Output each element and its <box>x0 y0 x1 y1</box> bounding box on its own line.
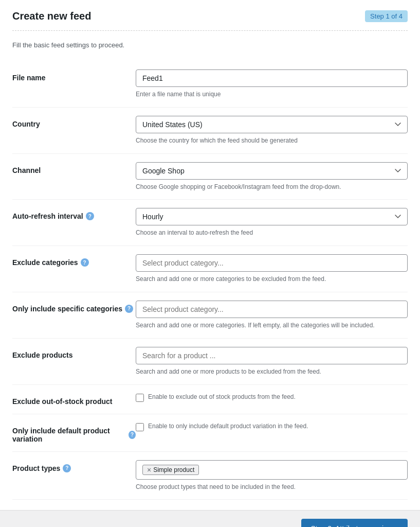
auto-refresh-row: Auto-refresh interval ? Hourly Daily Wee… <box>12 200 408 246</box>
include-categories-input[interactable] <box>136 301 408 318</box>
include-categories-control: Search and add one or more categories. I… <box>136 301 408 330</box>
auto-refresh-help-icon[interactable]: ? <box>86 212 94 220</box>
auto-refresh-label: Auto-refresh interval ? <box>12 208 136 220</box>
include-categories-help-icon[interactable]: ? <box>125 305 133 313</box>
include-categories-hint: Search and add one or more categories. I… <box>136 321 408 330</box>
exclude-products-control: Search and add one or more products to b… <box>136 347 408 376</box>
default-variation-label: Only include default product variation ? <box>12 423 136 443</box>
channel-select[interactable]: Google Shop Facebook/Instagram <box>136 162 408 180</box>
main-content: Create new feed Step 1 of 4 Fill the bas… <box>0 0 420 510</box>
auto-refresh-hint: Choose an interval to auto-refresh the f… <box>136 229 408 237</box>
exclude-products-label: Exclude products <box>12 347 136 359</box>
exclude-categories-control: Search and add one or more categories to… <box>136 254 408 284</box>
file-name-hint: Enter a file name that is unique <box>136 90 408 99</box>
product-types-field[interactable]: × Simple product <box>136 460 408 480</box>
product-type-tag: × Simple product <box>142 465 199 475</box>
country-hint: Choose the country for which the feed sh… <box>136 136 408 145</box>
next-step-label: Step 2: Attribute mapping <box>311 524 391 527</box>
exclude-oos-control: Enable to exclude out of stock products … <box>136 393 408 402</box>
file-name-row: File name Enter a file name that is uniq… <box>12 61 408 108</box>
channel-label: Channel <box>12 162 136 174</box>
form-section: File name Enter a file name that is uniq… <box>12 61 408 500</box>
channel-row: Channel Google Shop Facebook/Instagram C… <box>12 154 408 200</box>
file-name-label: File name <box>12 69 136 82</box>
exclude-oos-checkbox[interactable] <box>136 394 144 402</box>
exclude-categories-help-icon[interactable]: ? <box>81 258 89 267</box>
exclude-oos-row: Exclude out-of-stock product Enable to e… <box>12 385 408 414</box>
chevron-right-icon: › <box>396 524 398 527</box>
default-variation-row: Only include default product variation ?… <box>12 414 408 452</box>
default-variation-control: Enable to only include default product v… <box>136 423 408 431</box>
footer-bar: Step 2: Attribute mapping › <box>0 510 420 527</box>
page-wrapper: Create new feed Step 1 of 4 Fill the bas… <box>0 0 420 527</box>
product-types-label: Product types ? <box>12 460 136 472</box>
exclude-oos-label: Exclude out-of-stock product <box>12 393 136 406</box>
page-title: Create new feed <box>12 10 91 22</box>
country-label: Country <box>12 116 136 128</box>
auto-refresh-control: Hourly Daily Weekly Choose an interval t… <box>136 208 408 237</box>
step-badge: Step 1 of 4 <box>365 10 408 22</box>
exclude-categories-row: Exclude categories ? Search and add one … <box>12 246 408 292</box>
exclude-products-input[interactable] <box>136 347 408 364</box>
exclude-products-row: Exclude products Search and add one or m… <box>12 339 408 385</box>
tag-label: Simple product <box>153 466 194 473</box>
exclude-products-hint: Search and add one or more products to b… <box>136 367 408 376</box>
exclude-categories-input[interactable] <box>136 254 408 272</box>
include-categories-label: Only include specific categories ? <box>12 301 136 313</box>
country-control: United States (US) United Kingdom (UK) C… <box>136 116 408 145</box>
exclude-oos-hint: Enable to exclude out of stock products … <box>148 393 296 400</box>
default-variation-hint: Enable to only include default product v… <box>148 423 308 430</box>
page-header: Create new feed Step 1 of 4 <box>12 10 408 31</box>
product-types-row: Product types ? × Simple product Choose … <box>12 452 408 500</box>
product-types-hint: Choose product types that need to be inc… <box>136 483 408 491</box>
product-types-control: × Simple product Choose product types th… <box>136 460 408 491</box>
country-row: Country United States (US) United Kingdo… <box>12 108 408 154</box>
tag-remove-icon[interactable]: × <box>147 466 151 473</box>
file-name-control: Enter a file name that is unique <box>136 69 408 99</box>
channel-control: Google Shop Facebook/Instagram Choose Go… <box>136 162 408 191</box>
product-types-help-icon[interactable]: ? <box>63 464 71 472</box>
channel-hint: Choose Google shopping or Facebook/Insta… <box>136 183 408 191</box>
auto-refresh-select[interactable]: Hourly Daily Weekly <box>136 208 408 225</box>
include-categories-row: Only include specific categories ? Searc… <box>12 292 408 339</box>
exclude-oos-checkbox-row: Enable to exclude out of stock products … <box>136 393 408 402</box>
default-variation-checkbox-row: Enable to only include default product v… <box>136 423 408 431</box>
form-subtitle: Fill the basic feed settings to proceed. <box>12 41 408 49</box>
exclude-categories-label: Exclude categories ? <box>12 254 136 267</box>
next-step-button[interactable]: Step 2: Attribute mapping › <box>301 519 408 527</box>
default-variation-help-icon[interactable]: ? <box>129 431 136 439</box>
exclude-categories-hint: Search and add one or more categories to… <box>136 275 408 284</box>
default-variation-checkbox[interactable] <box>136 423 144 431</box>
file-name-input[interactable] <box>136 69 408 87</box>
country-select[interactable]: United States (US) United Kingdom (UK) C… <box>136 116 408 133</box>
